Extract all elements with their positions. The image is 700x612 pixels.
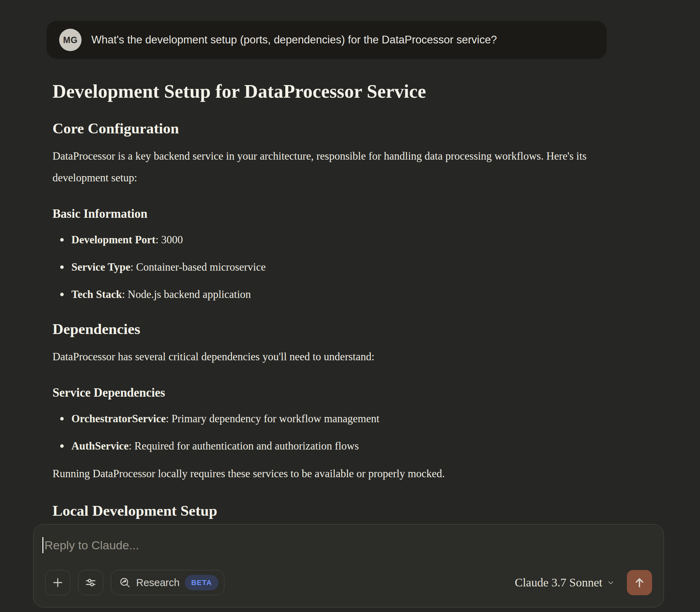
claude-chat-page: { "user_message": { "avatar_initials": "… bbox=[0, 0, 700, 612]
list-item-desc: : Required for authentication and author… bbox=[129, 440, 359, 452]
list-item-desc: : 3000 bbox=[155, 234, 183, 246]
list-item-term: Development Port bbox=[71, 234, 155, 246]
list-item-term: Service Type bbox=[71, 261, 130, 273]
reply-input[interactable]: Reply to Claude... bbox=[34, 524, 664, 553]
core-configuration-heading: Core Configuration bbox=[52, 120, 606, 137]
list-item: Development Port: 3000 bbox=[71, 231, 606, 248]
tools-button[interactable] bbox=[78, 570, 103, 595]
dependencies-note-paragraph: Running DataProcessor locally requires t… bbox=[52, 463, 606, 485]
reply-placeholder: Reply to Claude... bbox=[44, 538, 139, 552]
local-development-setup-heading: Local Development Setup bbox=[52, 502, 606, 519]
list-item-desc: : Node.js backend application bbox=[122, 288, 251, 300]
text-cursor bbox=[42, 537, 43, 553]
sliders-icon bbox=[84, 576, 97, 589]
composer-right-tools: Claude 3.7 Sonnet bbox=[515, 570, 652, 595]
beta-badge: BETA bbox=[185, 575, 218, 590]
reply-composer: Reply to Claude... bbox=[33, 524, 664, 607]
avatar-initials: MG bbox=[63, 35, 77, 45]
arrow-up-icon bbox=[633, 576, 646, 589]
research-button-label: Research bbox=[136, 577, 180, 589]
core-intro-paragraph: DataProcessor is a key backend service i… bbox=[52, 145, 606, 189]
service-dependencies-list: OrchestratorService: Primary dependency … bbox=[52, 410, 606, 454]
research-button[interactable]: Research BETA bbox=[111, 570, 224, 595]
dependencies-intro-paragraph: DataProcessor has several critical depen… bbox=[52, 346, 606, 368]
user-avatar: MG bbox=[59, 29, 82, 51]
list-item: Service Type: Container-based microservi… bbox=[71, 259, 606, 276]
composer-left-tools: Research BETA bbox=[45, 570, 224, 595]
list-item: Tech Stack: Node.js backend application bbox=[71, 286, 606, 303]
service-dependencies-heading: Service Dependencies bbox=[52, 386, 606, 400]
attach-button[interactable] bbox=[45, 570, 70, 595]
plus-icon bbox=[52, 577, 64, 589]
model-selector-label: Claude 3.7 Sonnet bbox=[515, 576, 602, 589]
chevron-down-icon bbox=[607, 578, 615, 587]
user-message-text: What's the development setup (ports, dep… bbox=[91, 33, 497, 47]
composer-toolbar: Research BETA Claude 3.7 Sonnet bbox=[45, 570, 652, 595]
list-item-desc: : Primary dependency for workflow manage… bbox=[166, 412, 379, 425]
model-selector[interactable]: Claude 3.7 Sonnet bbox=[515, 576, 615, 589]
list-item: AuthService: Required for authentication… bbox=[71, 438, 606, 454]
dependencies-heading: Dependencies bbox=[52, 320, 606, 338]
list-item-desc: : Container-based microservice bbox=[130, 261, 266, 273]
list-item: OrchestratorService: Primary dependency … bbox=[71, 410, 606, 427]
magnifier-trend-icon bbox=[119, 577, 131, 589]
list-item-term: AuthService bbox=[71, 440, 129, 452]
response-title: Development Setup for DataProcessor Serv… bbox=[52, 81, 606, 102]
basic-information-heading: Basic Information bbox=[52, 207, 606, 221]
list-item-term: OrchestratorService bbox=[71, 412, 166, 425]
user-message-bubble: MG What's the development setup (ports, … bbox=[47, 21, 607, 59]
basic-information-list: Development Port: 3000 Service Type: Con… bbox=[52, 231, 606, 303]
assistant-response: Development Setup for DataProcessor Serv… bbox=[52, 59, 606, 519]
list-item-term: Tech Stack bbox=[71, 288, 122, 300]
send-button[interactable] bbox=[627, 570, 652, 595]
